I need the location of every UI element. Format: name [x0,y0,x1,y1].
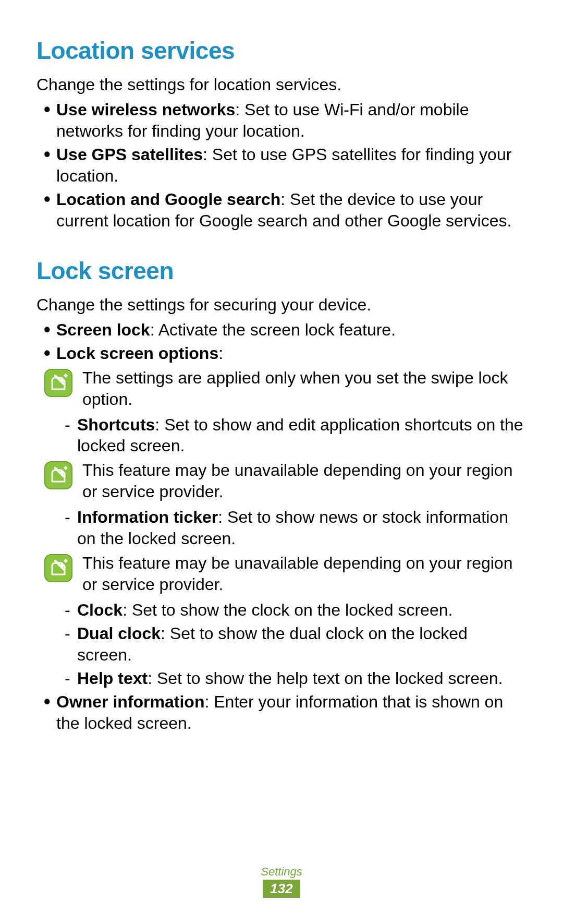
note-icon [44,368,73,398]
location-intro: Change the settings for location service… [36,74,527,95]
svg-rect-0 [45,369,72,397]
list-item: Screen lock: Activate the screen lock fe… [36,319,527,341]
item-bold: Information ticker [77,508,218,526]
note-text: This feature may be unavailable dependin… [82,553,527,595]
item-rest: : Set to show the help text on the locke… [148,669,503,688]
page-number-badge: 132 [263,880,300,898]
footer-section-label: Settings [0,865,563,879]
sub-list: Clock: Set to show the clock on the lock… [36,599,527,689]
list-item: Use GPS satellites: Set to use GPS satel… [36,144,527,187]
item-bold: Owner information [56,692,204,711]
lockscreen-intro: Change the settings for securing your de… [36,294,527,315]
svg-rect-1 [45,462,72,489]
note-text: This feature may be unavailable dependin… [82,460,527,502]
sub-list: Information ticker: Set to show news or … [36,507,527,549]
svg-rect-2 [45,555,72,582]
note-text: The settings are applied only when you s… [82,367,527,410]
page-footer: Settings 132 [0,865,563,898]
sub-item-dual-clock: Dual clock: Set to show the dual clock o… [36,623,527,666]
item-bold: Lock screen options [56,344,218,363]
location-list: Use wireless networks: Set to use Wi-Fi … [36,99,527,232]
item-bold: Location and Google search [56,190,280,209]
sub-item-info-ticker: Information ticker: Set to show news or … [36,507,527,549]
item-bold: Help text [77,669,148,688]
item-bold: Screen lock [56,320,150,339]
list-item-lock-options: Lock screen options: [36,343,527,364]
lockscreen-list-cont: Owner information: Enter your informatio… [36,691,527,734]
item-rest: : Set to show the clock on the locked sc… [123,601,452,619]
note-row: This feature may be unavailable dependin… [36,553,527,595]
list-item: Use wireless networks: Set to use Wi-Fi … [36,99,527,142]
item-bold: Use wireless networks [56,100,235,119]
sub-item-help-text: Help text: Set to show the help text on … [36,668,527,689]
item-bold: Shortcuts [77,415,155,434]
sub-item-shortcuts: Shortcuts: Set to show and edit applicat… [36,414,527,457]
list-item: Location and Google search: Set the devi… [36,189,527,232]
section-heading-location: Location services [36,37,527,65]
sub-list: Shortcuts: Set to show and edit applicat… [36,414,527,457]
lockscreen-list: Screen lock: Activate the screen lock fe… [36,319,527,364]
item-colon: : [218,344,223,363]
note-icon [44,554,73,583]
item-bold: Use GPS satellites [56,145,203,164]
section-heading-lockscreen: Lock screen [36,257,527,285]
item-bold: Clock [77,601,123,619]
item-rest: : Activate the screen lock feature. [150,320,396,339]
list-item-owner-info: Owner information: Enter your informatio… [36,691,527,734]
item-bold: Dual clock [77,624,161,643]
note-row: This feature may be unavailable dependin… [36,460,527,502]
note-row: The settings are applied only when you s… [36,367,527,410]
sub-item-clock: Clock: Set to show the clock on the lock… [36,599,527,621]
note-icon [44,461,73,490]
